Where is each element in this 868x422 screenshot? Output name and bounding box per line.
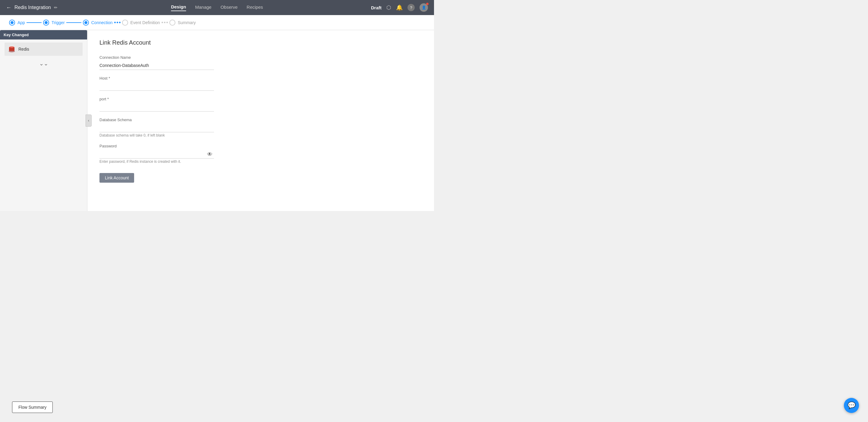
host-group: Host * (99, 76, 214, 91)
wizard-step-trigger[interactable]: Trigger (43, 20, 65, 26)
password-toggle-icon[interactable]: 👁 (207, 151, 213, 157)
nav-manage[interactable]: Manage (195, 4, 211, 11)
wizard-dot-3 (119, 22, 121, 23)
wizard-dots-1 (114, 22, 121, 23)
host-input[interactable] (99, 82, 214, 91)
wizard-circle-app (9, 20, 15, 26)
wizard-dot-6 (166, 22, 168, 23)
wizard-step-summary[interactable]: Summary (169, 20, 196, 26)
sidebar-collapse-button[interactable]: ‹ (86, 115, 92, 127)
wizard-bar: App Trigger Connection Event Definition … (0, 15, 434, 30)
wizard-dot-1 (114, 22, 116, 23)
password-hint: Enter password, if Redis instance is cre… (99, 159, 181, 164)
password-label: Password (99, 144, 214, 148)
link-account-button[interactable]: Link Account (99, 173, 134, 183)
wizard-connector-2 (66, 22, 82, 23)
header: ← Redis Integration ✏ Design Manage Obse… (0, 0, 434, 15)
wizard-label-summary: Summary (178, 20, 196, 25)
password-input[interactable] (99, 150, 214, 158)
wizard-step-app[interactable]: App (9, 20, 25, 26)
nav-design[interactable]: Design (171, 4, 186, 11)
password-group: Password 👁 Enter password, if Redis inst… (99, 144, 214, 164)
page-title: Link Redis Account (99, 39, 422, 46)
user-avatar[interactable]: 👤 (420, 3, 428, 12)
header-right: Draft ⬡ 🔔 ? 👤 (371, 3, 428, 12)
port-label: port * (99, 97, 214, 101)
wizard-circle-event-def (122, 20, 128, 26)
sidebar-section-title: Key Changed (0, 30, 87, 39)
wizard-label-app: App (18, 20, 25, 25)
main-layout: Key Changed Redis ⌄⌄ ‹ Link Redis Accoun… (0, 30, 434, 211)
wizard-label-connection: Connection (91, 20, 113, 25)
wizard-label-trigger: Trigger (52, 20, 65, 25)
content-area: Link Redis Account Connection Name Host … (87, 30, 434, 211)
wizard-dot-2 (117, 22, 118, 23)
wizard-step-connection[interactable]: Connection (83, 20, 113, 26)
wizard-step-event-def[interactable]: Event Definition (122, 20, 160, 26)
external-link-icon[interactable]: ⬡ (386, 4, 391, 11)
nav-recipes[interactable]: Recipes (247, 4, 263, 11)
wizard-circle-trigger (43, 20, 49, 26)
draft-badge: Draft (371, 5, 381, 10)
bell-icon[interactable]: 🔔 (396, 4, 403, 11)
wizard-label-event-def: Event Definition (130, 20, 160, 25)
wizard-dots-2 (161, 22, 168, 23)
app-title: Redis Integration (14, 5, 51, 10)
sidebar-item-redis-label: Redis (19, 47, 29, 52)
sidebar-chevron[interactable]: ⌄⌄ (4, 60, 83, 67)
user-alert-dot (426, 3, 429, 5)
port-input[interactable] (99, 103, 214, 112)
svg-rect-4 (9, 47, 14, 49)
header-left: ← Redis Integration ✏ (6, 4, 66, 11)
nav-observe[interactable]: Observe (221, 4, 238, 11)
database-schema-hint: Database schema will take 0, if left bla… (99, 133, 165, 138)
connection-name-label: Connection Name (99, 55, 214, 60)
connection-name-input[interactable] (99, 61, 214, 70)
wizard-circle-connection (83, 20, 89, 26)
database-schema-label: Database Schema (99, 118, 214, 122)
back-button[interactable]: ← (6, 4, 11, 11)
connection-name-group: Connection Name (99, 55, 214, 70)
wizard-dot-4 (161, 22, 163, 23)
help-icon[interactable]: ? (407, 4, 415, 11)
password-input-wrapper: 👁 (99, 150, 214, 158)
sidebar-item-redis[interactable]: Redis (4, 42, 83, 56)
host-label: Host * (99, 76, 214, 81)
database-schema-input[interactable] (99, 124, 214, 132)
database-schema-group: Database Schema Database schema will tak… (99, 118, 214, 138)
sidebar: Key Changed Redis ⌄⌄ ‹ (0, 30, 87, 211)
port-group: port * (99, 97, 214, 112)
wizard-dot-5 (164, 22, 165, 23)
edit-icon[interactable]: ✏ (54, 5, 58, 10)
top-nav: Design Manage Observe Recipes (171, 4, 263, 11)
wizard-circle-summary (169, 20, 176, 26)
redis-icon (8, 46, 16, 53)
wizard-connector-1 (27, 22, 41, 23)
